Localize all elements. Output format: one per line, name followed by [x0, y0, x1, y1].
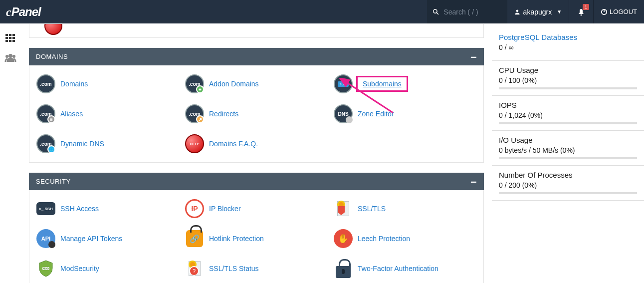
security-section: SECURITY – >_ SSH SSH Access IP IP Block… [29, 173, 484, 283]
annotation-highlight-box: Subdomains [356, 76, 408, 92]
ip-blocker-icon: IP [185, 199, 204, 218]
subdomains-link[interactable]: sub. Subdomains [331, 73, 479, 94]
stat-postgresql[interactable]: PostgreSQL Databases 0 / ∞ [492, 28, 644, 61]
two-factor-auth-link[interactable]: Two-Factor Authentication [331, 258, 479, 279]
leech-protection-link[interactable]: ✋ Leech Protection [331, 228, 479, 249]
caret-down-icon: ▼ [557, 9, 562, 14]
svg-rect-12 [5, 40, 8, 42]
svg-point-17 [12, 55, 15, 58]
notifications-button[interactable]: 1 [569, 0, 593, 23]
security-title: SECURITY [36, 178, 71, 185]
svg-point-15 [8, 54, 12, 58]
svg-point-20 [339, 202, 344, 207]
plus-badge-icon: + [196, 85, 204, 93]
domains-section-header[interactable]: DOMAINS – [29, 48, 484, 65]
svg-point-0 [433, 9, 436, 12]
left-sidebar [0, 24, 21, 70]
svg-rect-7 [9, 34, 11, 36]
dynamic-dns-icon: .com🌐 [36, 134, 55, 153]
stat-processes: Number Of Processes 0 / 200 (0%) [492, 166, 644, 201]
svg-point-2 [516, 9, 518, 12]
search-icon [433, 8, 439, 15]
main-content: DOMAINS – .com Domains .com+ Addon Domai… [21, 24, 492, 283]
aliases-link[interactable]: .com≡ Aliases [33, 103, 182, 124]
stat-title: Number Of Processes [499, 171, 637, 179]
logout-icon [601, 8, 608, 15]
redirect-badge-icon: ↗ [196, 115, 204, 123]
svg-line-1 [436, 12, 438, 14]
stat-title: CPU Usage [499, 66, 637, 74]
previous-section-tail [29, 24, 484, 38]
stats-sidebar: PostgreSQL Databases 0 / ∞ CPU Usage 0 /… [492, 24, 644, 283]
domains-title: DOMAINS [36, 53, 68, 60]
svg-point-16 [5, 55, 8, 58]
users-icon[interactable] [0, 50, 21, 66]
api-tokens-icon: API [36, 229, 55, 248]
ssh-access-link[interactable]: >_ SSH SSH Access [33, 198, 182, 219]
ssl-tls-status-link[interactable]: SSL/TLS Status [182, 258, 331, 279]
ip-blocker-link[interactable]: IP IP Blocker [182, 198, 331, 219]
domains-faq-link[interactable]: HELP Domains F.A.Q. [182, 133, 331, 154]
svg-rect-8 [12, 34, 15, 36]
svg-rect-11 [12, 37, 15, 39]
stat-value: 0 / ∞ [499, 43, 637, 51]
ssl-tls-link[interactable]: SSL/TLS [331, 198, 479, 219]
stat-value: 0 / 100 (0%) [499, 76, 637, 84]
redirects-icon: .com↗ [185, 104, 204, 123]
addon-domains-icon: .com+ [185, 74, 204, 93]
two-factor-icon [334, 259, 353, 278]
security-section-header[interactable]: SECURITY – [29, 173, 484, 190]
search-box[interactable] [427, 0, 507, 23]
cpanel-logo[interactable]: cPanel [6, 5, 41, 19]
dynamic-dns-link[interactable]: .com🌐 Dynamic DNS [33, 133, 182, 154]
svg-point-24 [190, 262, 195, 267]
subdomains-icon: sub. [334, 74, 353, 93]
collapse-icon[interactable]: – [470, 54, 477, 59]
ssl-tls-icon [334, 199, 353, 218]
stat-value: 0 / 200 (0%) [499, 181, 637, 189]
svg-rect-10 [9, 37, 11, 39]
notification-count: 1 [583, 4, 589, 10]
ssh-icon: >_ SSH [36, 199, 55, 218]
grid-view-icon[interactable] [0, 30, 21, 46]
modsecurity-icon: MOD [36, 259, 55, 278]
zone-editor-link[interactable]: DNS Zone Editor [331, 103, 479, 124]
stat-title: I/O Usage [499, 136, 637, 144]
redirects-link[interactable]: .com↗ Redirects [182, 103, 331, 124]
aliases-icon: .com≡ [36, 104, 55, 123]
username-label: akapugrx [523, 8, 552, 16]
globe-badge-icon: 🌐 [47, 145, 55, 153]
domains-faq-icon: HELP [185, 134, 204, 153]
domains-link[interactable]: .com Domains [33, 73, 182, 94]
addon-domains-link[interactable]: .com+ Addon Domains [182, 73, 331, 94]
svg-point-3 [581, 14, 582, 15]
stat-value: 0 bytes/s / 50 MB/s (0%) [499, 146, 637, 154]
svg-rect-6 [5, 34, 8, 36]
stat-title: IOPS [499, 101, 637, 109]
stat-title: PostgreSQL Databases [499, 33, 637, 41]
stat-cpu: CPU Usage 0 / 100 (0%) [492, 61, 644, 96]
svg-rect-14 [12, 40, 15, 42]
alias-badge-icon: ≡ [47, 115, 55, 123]
api-tokens-link[interactable]: API Manage API Tokens [33, 228, 182, 249]
search-input[interactable] [443, 8, 500, 16]
progress-bar [499, 157, 637, 159]
svg-text:MOD: MOD [43, 267, 49, 270]
user-menu-button[interactable]: akapugrx ▼ [507, 0, 569, 23]
hotlink-protection-link[interactable]: 🔗 Hotlink Protection [182, 228, 331, 249]
modsecurity-link[interactable]: MOD ModSecurity [33, 258, 182, 279]
collapse-icon[interactable]: – [470, 179, 477, 184]
progress-bar [499, 122, 637, 124]
progress-bar [499, 87, 637, 89]
zone-editor-icon: DNS [334, 104, 353, 123]
stat-value: 0 / 1,024 (0%) [499, 111, 637, 119]
logout-button[interactable]: LOGOUT [593, 0, 644, 23]
logout-label: LOGOUT [610, 8, 637, 15]
domains-section: DOMAINS – .com Domains .com+ Addon Domai… [29, 48, 484, 163]
svg-rect-13 [9, 40, 11, 42]
progress-bar [499, 192, 637, 194]
stat-iops: IOPS 0 / 1,024 (0%) [492, 96, 644, 131]
hotlink-icon: 🔗 [185, 229, 204, 248]
svg-rect-9 [5, 37, 8, 39]
domains-icon: .com [36, 74, 55, 93]
